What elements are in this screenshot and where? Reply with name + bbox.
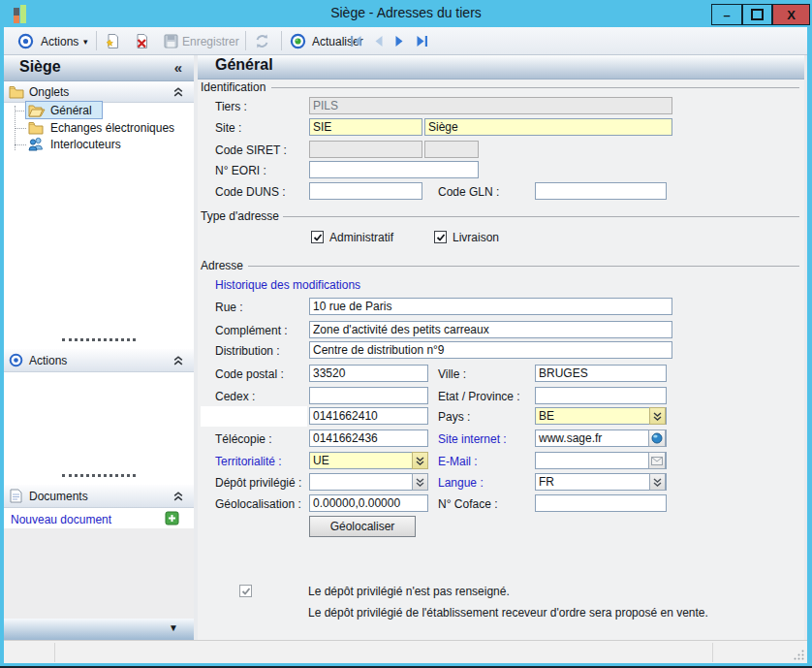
gln-field[interactable]: [535, 182, 667, 200]
check-icon: [436, 233, 446, 242]
territorialite-combo[interactable]: [309, 452, 428, 469]
telephone-field[interactable]: [309, 407, 428, 425]
actualiser-icon[interactable]: [290, 33, 306, 49]
langue-dropdown-button[interactable]: [649, 473, 666, 491]
depot-dropdown-button[interactable]: [412, 473, 428, 491]
langue-label[interactable]: Langue :: [438, 476, 484, 490]
sidebar-item-interlocuteurs[interactable]: Interlocuteurs: [28, 136, 121, 152]
site-name-field[interactable]: [424, 118, 672, 136]
site-label: Site :: [215, 121, 241, 135]
collapse-up-icon[interactable]: [172, 86, 184, 98]
refresh-icon[interactable]: [254, 33, 270, 49]
livraison-label: Livraison: [453, 231, 499, 244]
siret-field-1[interactable]: [309, 141, 422, 158]
coface-label: N° Coface :: [438, 497, 498, 511]
geolocalisation-field[interactable]: [309, 494, 428, 512]
save-icon[interactable]: [163, 33, 179, 49]
splitter-handle[interactable]: [62, 338, 136, 344]
code-postal-field[interactable]: [309, 365, 428, 382]
historique-modifications-link[interactable]: Historique des modifications: [215, 278, 360, 292]
telecopie-field[interactable]: [309, 429, 428, 447]
actions-caret-icon[interactable]: ▾: [83, 37, 88, 47]
double-chevron-down-icon: [415, 456, 425, 466]
tiers-field[interactable]: [309, 97, 672, 114]
collapse-up-icon[interactable]: [172, 355, 184, 366]
sidebar-empty-area: [4, 528, 194, 619]
add-document-icon[interactable]: [165, 511, 179, 525]
langue-combo[interactable]: [535, 473, 667, 491]
telecopie-label: Télécopie :: [215, 432, 272, 446]
eori-field[interactable]: [309, 161, 479, 178]
toolbar: Actions ▾ Enregistrer: [4, 27, 807, 55]
coface-field[interactable]: [535, 494, 667, 512]
status-divider: [54, 643, 55, 662]
pays-combo[interactable]: [535, 407, 667, 425]
documents-section-header[interactable]: Documents: [4, 485, 194, 508]
delete-icon[interactable]: [134, 33, 150, 49]
etat-province-field[interactable]: [535, 387, 667, 404]
collapse-up-icon[interactable]: [172, 491, 184, 502]
panel-down-arrow-icon[interactable]: ▼: [169, 622, 178, 633]
siret-field-2[interactable]: [424, 141, 479, 158]
main-panel: Général Identification Tiers : Site : Co…: [198, 55, 804, 640]
duns-field[interactable]: [309, 182, 422, 200]
actions-menu-button[interactable]: Actions: [41, 35, 78, 48]
group-line: [248, 266, 799, 267]
nav-previous-icon[interactable]: [370, 33, 387, 49]
administratif-checkbox[interactable]: [311, 231, 324, 243]
globe-icon: [651, 432, 663, 444]
eori-label: N° EORI :: [215, 164, 266, 177]
nav-next-icon[interactable]: [391, 33, 408, 49]
geolocalisation-label: Géolocalisation :: [215, 497, 301, 511]
splitter-handle[interactable]: [62, 474, 136, 480]
nav-first-icon[interactable]: [348, 33, 364, 49]
maximize-icon: [751, 9, 764, 20]
tree-item-label: Général: [50, 104, 92, 117]
nouveau-document-link[interactable]: Nouveau document: [11, 513, 111, 526]
territorialite-label[interactable]: Territorialité :: [215, 455, 282, 468]
maximize-button[interactable]: [742, 4, 772, 25]
window: Siège - Adresses du tiers – X Actions ▾ …: [0, 0, 812, 668]
sidebar-bottom-bar[interactable]: ▼: [4, 619, 194, 640]
open-folder-icon: [28, 104, 46, 117]
nav-last-icon[interactable]: [414, 33, 430, 49]
actions-target-icon[interactable]: [17, 33, 34, 49]
territorialite-dropdown-button[interactable]: [412, 452, 428, 469]
actions-section-header[interactable]: Actions: [4, 349, 194, 372]
documents-section-label: Documents: [29, 490, 88, 503]
title-bar[interactable]: Siège - Adresses du tiers – X: [0, 0, 812, 27]
minimize-button[interactable]: –: [711, 4, 742, 25]
ville-field[interactable]: [535, 365, 667, 382]
rue-field[interactable]: [309, 298, 672, 315]
site-internet-field[interactable]: [535, 429, 667, 447]
cedex-field[interactable]: [309, 387, 428, 404]
onglets-section-header[interactable]: Onglets: [4, 82, 194, 103]
email-label[interactable]: E-Mail :: [438, 455, 478, 468]
close-button[interactable]: X: [772, 4, 810, 25]
depot-privilegie-combo[interactable]: [309, 473, 428, 491]
sidebar-item-general[interactable]: Général: [28, 102, 92, 118]
send-email-button[interactable]: [648, 452, 666, 469]
resize-grip[interactable]: [793, 649, 805, 661]
geolocaliser-button[interactable]: Géolocaliser: [309, 516, 416, 537]
sidebar-item-echanges-electroniques[interactable]: Echanges électroniques: [28, 119, 174, 136]
distribution-field[interactable]: [309, 341, 672, 359]
site-internet-label[interactable]: Site internet :: [438, 432, 507, 446]
depot-privilegie-label: Dépôt privilégié :: [215, 476, 301, 490]
collapse-sidebar-icon[interactable]: «: [174, 59, 182, 76]
complement-label: Complément :: [215, 324, 288, 337]
rue-label: Rue :: [215, 301, 243, 314]
site-code-field[interactable]: [309, 118, 422, 136]
type-adresse-legend: Type d'adresse: [201, 209, 279, 223]
email-field[interactable]: [535, 452, 667, 469]
enregistrer-button[interactable]: Enregistrer: [182, 35, 239, 48]
complement-field[interactable]: [309, 321, 672, 338]
distribution-label: Distribution :: [215, 344, 280, 358]
new-document-icon[interactable]: [105, 33, 121, 49]
pays-dropdown-button[interactable]: [649, 407, 666, 425]
sidebar-title: Siège: [19, 58, 61, 76]
livraison-checkbox[interactable]: [434, 231, 447, 243]
open-website-button[interactable]: [648, 429, 666, 447]
code-duns-label: Code DUNS :: [215, 185, 286, 199]
page-title: Général: [215, 56, 273, 74]
